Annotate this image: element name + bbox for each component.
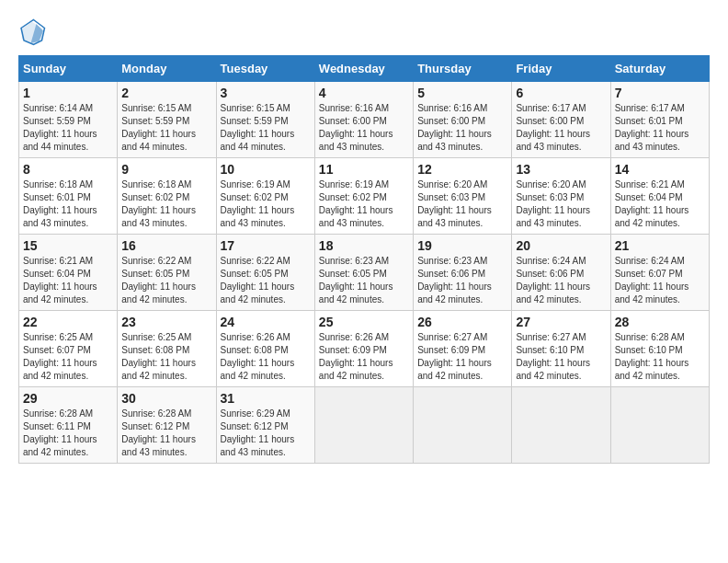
calendar-cell: 10Sunrise: 6:19 AM Sunset: 6:02 PM Dayli… <box>216 158 314 235</box>
day-info: Sunrise: 6:18 AM Sunset: 6:01 PM Dayligh… <box>23 178 113 230</box>
calendar-cell: 8Sunrise: 6:18 AM Sunset: 6:01 PM Daylig… <box>19 158 118 235</box>
day-info: Sunrise: 6:17 AM Sunset: 6:00 PM Dayligh… <box>516 102 606 154</box>
calendar-cell: 29Sunrise: 6:28 AM Sunset: 6:11 PM Dayli… <box>19 387 118 464</box>
calendar-week-row: 8Sunrise: 6:18 AM Sunset: 6:01 PM Daylig… <box>19 158 710 235</box>
day-info: Sunrise: 6:24 AM Sunset: 6:07 PM Dayligh… <box>615 255 705 306</box>
day-number: 7 <box>615 86 705 100</box>
day-info: Sunrise: 6:23 AM Sunset: 6:06 PM Dayligh… <box>417 255 507 306</box>
day-info: Sunrise: 6:19 AM Sunset: 6:02 PM Dayligh… <box>221 178 311 230</box>
calendar-cell: 12Sunrise: 6:20 AM Sunset: 6:03 PM Dayli… <box>414 158 512 235</box>
calendar-cell <box>314 387 413 464</box>
calendar-cell: 3Sunrise: 6:15 AM Sunset: 5:59 PM Daylig… <box>216 82 314 158</box>
day-number: 10 <box>221 162 311 177</box>
day-info: Sunrise: 6:22 AM Sunset: 6:05 PM Dayligh… <box>121 255 211 306</box>
calendar-week-row: 22Sunrise: 6:25 AM Sunset: 6:07 PM Dayli… <box>19 311 710 387</box>
calendar-cell: 1Sunrise: 6:14 AM Sunset: 5:59 PM Daylig… <box>19 82 118 158</box>
day-info: Sunrise: 6:26 AM Sunset: 6:08 PM Dayligh… <box>221 331 311 383</box>
day-number: 21 <box>615 238 705 253</box>
day-number: 4 <box>319 86 409 100</box>
day-number: 31 <box>221 391 311 406</box>
day-info: Sunrise: 6:21 AM Sunset: 6:04 PM Dayligh… <box>23 255 113 306</box>
day-number: 25 <box>319 315 409 329</box>
day-number: 1 <box>23 86 113 100</box>
weekday-header: Thursday <box>414 56 512 82</box>
day-number: 5 <box>417 86 507 100</box>
calendar-cell: 30Sunrise: 6:28 AM Sunset: 6:12 PM Dayli… <box>118 387 216 464</box>
calendar-cell: 5Sunrise: 6:16 AM Sunset: 6:00 PM Daylig… <box>414 82 512 158</box>
day-info: Sunrise: 6:14 AM Sunset: 5:59 PM Dayligh… <box>23 102 113 154</box>
weekday-header-row: SundayMondayTuesdayWednesdayThursdayFrid… <box>19 56 710 82</box>
day-number: 23 <box>121 315 211 329</box>
calendar-cell: 17Sunrise: 6:22 AM Sunset: 6:05 PM Dayli… <box>216 235 314 311</box>
day-info: Sunrise: 6:26 AM Sunset: 6:09 PM Dayligh… <box>319 331 409 383</box>
day-info: Sunrise: 6:25 AM Sunset: 6:08 PM Dayligh… <box>121 331 211 383</box>
day-info: Sunrise: 6:27 AM Sunset: 6:10 PM Dayligh… <box>516 331 606 383</box>
day-number: 30 <box>121 391 211 406</box>
day-info: Sunrise: 6:22 AM Sunset: 6:05 PM Dayligh… <box>221 255 311 306</box>
weekday-header: Saturday <box>610 56 709 82</box>
day-number: 12 <box>417 162 507 177</box>
day-info: Sunrise: 6:24 AM Sunset: 6:06 PM Dayligh… <box>516 255 606 306</box>
day-number: 26 <box>417 315 507 329</box>
day-info: Sunrise: 6:16 AM Sunset: 6:00 PM Dayligh… <box>319 102 409 154</box>
page-header <box>18 18 710 46</box>
day-info: Sunrise: 6:28 AM Sunset: 6:11 PM Dayligh… <box>23 408 113 459</box>
day-number: 24 <box>221 315 311 329</box>
day-number: 15 <box>23 238 113 253</box>
day-info: Sunrise: 6:28 AM Sunset: 6:10 PM Dayligh… <box>615 331 705 383</box>
day-info: Sunrise: 6:17 AM Sunset: 6:01 PM Dayligh… <box>615 102 705 154</box>
day-info: Sunrise: 6:23 AM Sunset: 6:05 PM Dayligh… <box>319 255 409 306</box>
day-info: Sunrise: 6:16 AM Sunset: 6:00 PM Dayligh… <box>417 102 507 154</box>
calendar-cell: 31Sunrise: 6:29 AM Sunset: 6:12 PM Dayli… <box>216 387 314 464</box>
day-info: Sunrise: 6:20 AM Sunset: 6:03 PM Dayligh… <box>516 178 606 230</box>
day-number: 11 <box>319 162 409 177</box>
calendar-table: SundayMondayTuesdayWednesdayThursdayFrid… <box>18 55 710 464</box>
weekday-header: Wednesday <box>314 56 413 82</box>
calendar-cell: 25Sunrise: 6:26 AM Sunset: 6:09 PM Dayli… <box>314 311 413 387</box>
calendar-cell: 20Sunrise: 6:24 AM Sunset: 6:06 PM Dayli… <box>512 235 610 311</box>
day-number: 2 <box>121 86 211 100</box>
day-number: 9 <box>121 162 211 177</box>
calendar-cell: 14Sunrise: 6:21 AM Sunset: 6:04 PM Dayli… <box>610 158 709 235</box>
calendar-cell: 4Sunrise: 6:16 AM Sunset: 6:00 PM Daylig… <box>314 82 413 158</box>
day-number: 19 <box>417 238 507 253</box>
day-number: 22 <box>23 315 113 329</box>
day-number: 6 <box>516 86 606 100</box>
calendar-week-row: 1Sunrise: 6:14 AM Sunset: 5:59 PM Daylig… <box>19 82 710 158</box>
day-number: 16 <box>121 238 211 253</box>
day-number: 8 <box>23 162 113 177</box>
calendar-cell: 19Sunrise: 6:23 AM Sunset: 6:06 PM Dayli… <box>414 235 512 311</box>
weekday-header: Tuesday <box>216 56 314 82</box>
calendar-cell: 15Sunrise: 6:21 AM Sunset: 6:04 PM Dayli… <box>19 235 118 311</box>
calendar-cell: 24Sunrise: 6:26 AM Sunset: 6:08 PM Dayli… <box>216 311 314 387</box>
day-info: Sunrise: 6:21 AM Sunset: 6:04 PM Dayligh… <box>615 178 705 230</box>
calendar-cell: 28Sunrise: 6:28 AM Sunset: 6:10 PM Dayli… <box>610 311 709 387</box>
calendar-cell: 22Sunrise: 6:25 AM Sunset: 6:07 PM Dayli… <box>19 311 118 387</box>
weekday-header: Sunday <box>19 56 118 82</box>
day-number: 28 <box>615 315 705 329</box>
calendar-cell: 2Sunrise: 6:15 AM Sunset: 5:59 PM Daylig… <box>118 82 216 158</box>
day-info: Sunrise: 6:15 AM Sunset: 5:59 PM Dayligh… <box>221 102 311 154</box>
day-info: Sunrise: 6:19 AM Sunset: 6:02 PM Dayligh… <box>319 178 409 230</box>
day-number: 3 <box>221 86 311 100</box>
calendar-cell: 23Sunrise: 6:25 AM Sunset: 6:08 PM Dayli… <box>118 311 216 387</box>
calendar-cell: 13Sunrise: 6:20 AM Sunset: 6:03 PM Dayli… <box>512 158 610 235</box>
calendar-cell <box>512 387 610 464</box>
weekday-header: Friday <box>512 56 610 82</box>
weekday-header: Monday <box>118 56 216 82</box>
day-number: 13 <box>516 162 606 177</box>
day-number: 27 <box>516 315 606 329</box>
calendar-cell: 21Sunrise: 6:24 AM Sunset: 6:07 PM Dayli… <box>610 235 709 311</box>
day-number: 18 <box>319 238 409 253</box>
calendar-week-row: 29Sunrise: 6:28 AM Sunset: 6:11 PM Dayli… <box>19 387 710 464</box>
day-info: Sunrise: 6:29 AM Sunset: 6:12 PM Dayligh… <box>221 408 311 459</box>
calendar-cell: 26Sunrise: 6:27 AM Sunset: 6:09 PM Dayli… <box>414 311 512 387</box>
calendar-cell: 6Sunrise: 6:17 AM Sunset: 6:00 PM Daylig… <box>512 82 610 158</box>
day-info: Sunrise: 6:15 AM Sunset: 5:59 PM Dayligh… <box>121 102 211 154</box>
calendar-week-row: 15Sunrise: 6:21 AM Sunset: 6:04 PM Dayli… <box>19 235 710 311</box>
day-number: 17 <box>221 238 311 253</box>
calendar-cell: 16Sunrise: 6:22 AM Sunset: 6:05 PM Dayli… <box>118 235 216 311</box>
calendar-cell: 9Sunrise: 6:18 AM Sunset: 6:02 PM Daylig… <box>118 158 216 235</box>
calendar-cell: 11Sunrise: 6:19 AM Sunset: 6:02 PM Dayli… <box>314 158 413 235</box>
day-number: 20 <box>516 238 606 253</box>
